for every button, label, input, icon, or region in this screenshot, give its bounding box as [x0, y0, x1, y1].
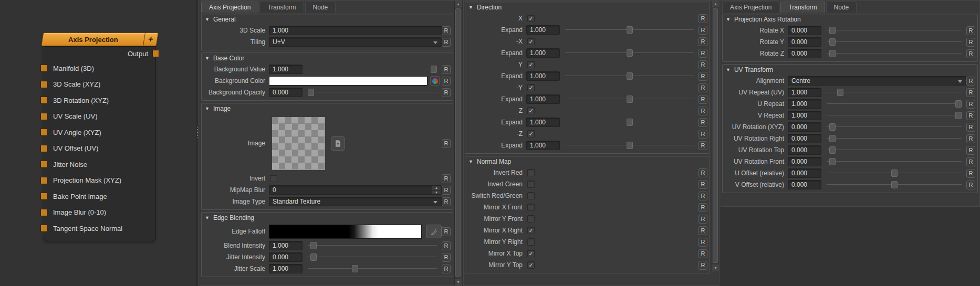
mirror-x-right-checkbox[interactable]: ✓: [527, 227, 535, 234]
tiling-dropdown[interactable]: U+V: [269, 37, 442, 47]
reset-button[interactable]: R: [698, 249, 707, 258]
slider-handle[interactable]: [829, 38, 836, 46]
mirror-y-front-checkbox[interactable]: [527, 215, 535, 223]
background-color-swatch[interactable]: [269, 76, 428, 86]
reset-button[interactable]: R: [442, 26, 451, 35]
scroll-up-icon[interactable]: ▲: [455, 1, 462, 7]
tab-axis-projection[interactable]: Axis Projection: [722, 2, 779, 13]
background-opacity-value-field[interactable]: 0.000: [269, 88, 303, 97]
rotate-z-value-field[interactable]: 0.000: [788, 49, 821, 58]
y-checkbox[interactable]: ✓: [527, 84, 535, 91]
reset-button[interactable]: R: [442, 38, 451, 47]
reset-button[interactable]: R: [698, 226, 707, 235]
reset-button[interactable]: R: [698, 261, 707, 270]
reset-button[interactable]: R: [442, 139, 451, 148]
alignment-dropdown[interactable]: Centre: [788, 76, 966, 86]
node-add-button[interactable]: +: [143, 33, 158, 46]
uv-angle-xyz-port[interactable]: [40, 129, 47, 136]
reset-button[interactable]: R: [698, 26, 707, 35]
node-graph-canvas[interactable]: Axis Projection + Output Manifold (3D)3D…: [0, 0, 196, 286]
color-picker-button[interactable]: [430, 76, 440, 86]
reset-button[interactable]: R: [698, 238, 707, 247]
rotate-y-value-field[interactable]: 0.000: [788, 37, 821, 47]
reset-button[interactable]: R: [442, 253, 451, 262]
uv-scale-uv-port[interactable]: [40, 113, 47, 120]
slider-handle[interactable]: [308, 89, 314, 96]
3d-rotation-xyz-port[interactable]: [40, 97, 47, 104]
edit-curve-button[interactable]: [426, 225, 442, 238]
reset-button[interactable]: R: [442, 227, 451, 236]
reset-button[interactable]: R: [966, 157, 975, 166]
reset-button[interactable]: R: [698, 60, 707, 69]
uv-rotation-top-value-field[interactable]: 0.000: [788, 145, 821, 155]
panel-splitter[interactable]: [196, 0, 199, 286]
rotate-z-slider[interactable]: [827, 49, 962, 58]
axis-projection-node[interactable]: Axis Projection + Output Manifold (3D)3D…: [40, 33, 160, 241]
v-offset-relative-value-field[interactable]: 0.000: [788, 180, 821, 189]
reset-button[interactable]: R: [698, 141, 707, 150]
reset-button[interactable]: R: [698, 215, 707, 224]
reset-button[interactable]: R: [442, 65, 451, 74]
scroll-up-icon[interactable]: ▲: [712, 1, 719, 7]
expand-value-field[interactable]: 1.000: [526, 48, 560, 58]
uv-rotation-top-slider[interactable]: [827, 145, 962, 155]
reset-button[interactable]: R: [442, 174, 451, 183]
uv-repeat-uv-value-field[interactable]: 1.000: [788, 88, 821, 97]
image-type-dropdown[interactable]: Standard Texture: [269, 197, 442, 206]
reset-button[interactable]: R: [442, 77, 451, 86]
slider-handle[interactable]: [829, 158, 836, 165]
manifold-3d-port[interactable]: [40, 65, 47, 72]
background-value-value-field[interactable]: 1.000: [269, 65, 303, 74]
reset-button[interactable]: R: [698, 192, 707, 200]
scroll-down-icon[interactable]: ▼: [712, 264, 719, 271]
expand-slider[interactable]: [565, 141, 694, 150]
mirror-x-top-checkbox[interactable]: ✓: [527, 250, 535, 257]
z-checkbox[interactable]: ✓: [527, 107, 535, 114]
projection-mask-xyz-port[interactable]: [40, 177, 47, 184]
x-checkbox[interactable]: ✓: [527, 15, 535, 22]
u-repeat-value-field[interactable]: 1.000: [788, 99, 821, 109]
y-checkbox[interactable]: ✓: [527, 61, 535, 68]
mirror-x-front-checkbox[interactable]: [527, 204, 535, 211]
slider-handle[interactable]: [352, 265, 358, 272]
3d-scale-xyz-port[interactable]: [40, 81, 47, 88]
vertical-scrollbar[interactable]: ▲▼: [454, 1, 462, 285]
u-offset-relative-slider[interactable]: [827, 168, 962, 178]
uv-offset-uv-port[interactable]: [40, 145, 47, 152]
collapse-triangle-icon[interactable]: ▼: [205, 215, 210, 220]
reset-button[interactable]: R: [698, 14, 707, 23]
slider-handle[interactable]: [955, 100, 962, 108]
x-checkbox[interactable]: ✓: [527, 38, 535, 45]
uv-rotation-front-slider[interactable]: [827, 157, 962, 166]
v-offset-relative-slider[interactable]: [827, 180, 962, 189]
mipmap-blur-value-field[interactable]: 0▲▼: [269, 185, 442, 195]
expand-slider[interactable]: [565, 48, 694, 58]
reset-button[interactable]: R: [698, 83, 707, 92]
invert-red-checkbox[interactable]: [527, 169, 535, 176]
reset-button[interactable]: R: [698, 72, 707, 81]
expand-value-field[interactable]: 1.000: [526, 118, 560, 127]
reset-button[interactable]: R: [966, 181, 975, 189]
slider-handle[interactable]: [627, 119, 633, 126]
expand-value-field[interactable]: 1.000: [526, 141, 560, 150]
jitter-noise-port[interactable]: [40, 161, 47, 168]
expand-slider[interactable]: [565, 118, 694, 127]
jitter-intensity-slider[interactable]: [308, 252, 437, 262]
collapse-triangle-icon[interactable]: ▼: [205, 56, 210, 61]
import-image-button[interactable]: [331, 136, 345, 151]
slider-handle[interactable]: [627, 49, 633, 57]
scroll-down-icon[interactable]: ▼: [455, 279, 462, 285]
uv-repeat-uv-slider[interactable]: [827, 88, 962, 97]
slider-handle[interactable]: [431, 66, 437, 73]
scrollbar-thumb[interactable]: [455, 8, 461, 277]
collapse-triangle-icon[interactable]: ▼: [468, 5, 473, 10]
reset-button[interactable]: R: [442, 186, 451, 195]
reset-button[interactable]: R: [442, 241, 451, 250]
reset-button[interactable]: R: [698, 118, 707, 127]
slider-handle[interactable]: [627, 26, 633, 34]
slider-handle[interactable]: [627, 142, 633, 149]
image-thumbnail[interactable]: [272, 117, 325, 170]
reset-button[interactable]: R: [698, 203, 707, 212]
tab-transform[interactable]: Transform: [259, 2, 304, 13]
mirror-y-right-checkbox[interactable]: [527, 238, 535, 246]
